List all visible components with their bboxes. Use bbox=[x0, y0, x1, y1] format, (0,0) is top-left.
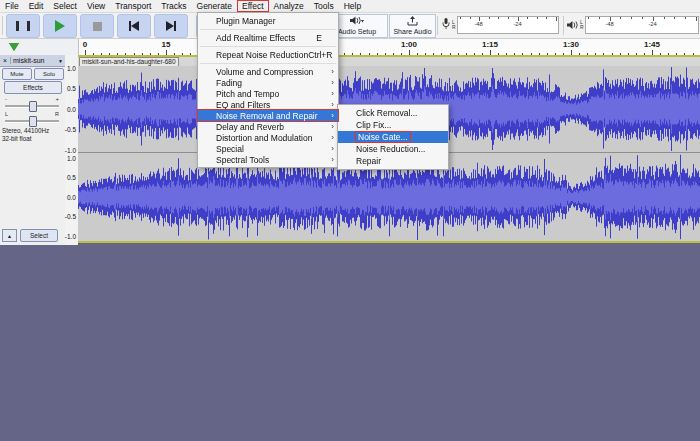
play-button[interactable] bbox=[43, 14, 77, 38]
microphone-icon bbox=[441, 16, 451, 34]
meter-db-label: -24 bbox=[648, 21, 656, 27]
recording-meter[interactable]: LR -48-24 bbox=[441, 15, 559, 35]
submenu-item-repair[interactable]: Repair bbox=[338, 155, 448, 167]
select-button[interactable]: Select bbox=[20, 229, 58, 242]
menubar-item-edit[interactable]: Edit bbox=[24, 0, 49, 12]
menu-item-fading[interactable]: Fading› bbox=[198, 77, 338, 88]
submenu-arrow-icon: › bbox=[331, 100, 334, 109]
pan-slider[interactable]: L R bbox=[3, 111, 61, 125]
pan-slider-thumb[interactable] bbox=[29, 116, 37, 127]
menubar-item-select[interactable]: Select bbox=[48, 0, 82, 12]
loop-region-icon[interactable] bbox=[9, 43, 19, 51]
menu-separator bbox=[200, 63, 336, 64]
vertical-ruler-label: -0.5 bbox=[65, 126, 76, 133]
menubar-item-view[interactable]: View bbox=[82, 0, 110, 12]
menubar-item-transport[interactable]: Transport bbox=[110, 0, 156, 12]
menu-item-delay-and-reverb[interactable]: Delay and Reverb› bbox=[198, 121, 338, 132]
menu-separator bbox=[200, 29, 336, 30]
menu-item-repeat-noise-reduction[interactable]: Repeat Noise ReductionCtrl+R bbox=[198, 49, 338, 60]
timeline-options-panel[interactable] bbox=[0, 39, 79, 55]
track-name[interactable]: miskit-sun bbox=[11, 57, 58, 64]
track-format-info: Stereo, 44100Hz 32-bit float bbox=[2, 127, 49, 143]
track-close-icon[interactable]: × bbox=[0, 57, 11, 64]
vertical-ruler-label: 0.5 bbox=[67, 85, 76, 92]
track-header[interactable]: × miskit-sun ▼ bbox=[0, 55, 65, 67]
timeline-label: 1:45 bbox=[637, 40, 667, 49]
menubar-item-tracks[interactable]: Tracks bbox=[156, 0, 191, 12]
track-control-panel: × miskit-sun ▼ Mute Solo Effects - + L R… bbox=[0, 55, 66, 245]
meter-db-label: -48 bbox=[474, 21, 482, 27]
collapse-track-button[interactable]: ▲ bbox=[2, 229, 17, 242]
timeline-label: 0 bbox=[70, 40, 100, 49]
menu-separator bbox=[200, 46, 336, 47]
timeline-ruler[interactable]: 01530451:001:151:301:45 bbox=[0, 39, 700, 56]
submenu-arrow-icon: › bbox=[331, 111, 334, 120]
submenu-item-clip-fix[interactable]: Clip Fix... bbox=[338, 119, 448, 131]
pan-left-label: L bbox=[5, 111, 8, 117]
vertical-ruler-label: 0.5 bbox=[67, 174, 76, 181]
submenu-arrow-icon: › bbox=[331, 78, 334, 87]
menubar-item-generate[interactable]: Generate bbox=[192, 0, 237, 12]
vertical-ruler-label: -0.5 bbox=[65, 213, 76, 220]
gain-min-label: - bbox=[5, 96, 7, 102]
menu-bar: FileEditSelectViewTransportTracksGenerat… bbox=[0, 0, 700, 13]
share-audio-button[interactable]: Share Audio bbox=[389, 14, 436, 38]
menu-item-special[interactable]: Special› bbox=[198, 143, 338, 154]
recording-meter-scale: -48-24 bbox=[457, 16, 559, 34]
stop-button[interactable] bbox=[80, 14, 114, 38]
effects-button[interactable]: Effects bbox=[4, 81, 62, 94]
stop-icon bbox=[93, 22, 102, 31]
clip-name[interactable]: miskit-sun-and-his-daughter-680 bbox=[79, 57, 179, 67]
menu-item-distortion-and-modulation[interactable]: Distortion and Modulation› bbox=[198, 132, 338, 143]
meter-channel-labels: LR bbox=[580, 20, 584, 31]
menubar-item-help[interactable]: Help bbox=[339, 0, 366, 12]
menu-item-pitch-and-tempo[interactable]: Pitch and Tempo› bbox=[198, 88, 338, 99]
submenu-item-noise-reduction[interactable]: Noise Reduction... bbox=[338, 143, 448, 155]
skip-to-start-icon bbox=[129, 21, 139, 31]
skip-to-start-button[interactable] bbox=[117, 14, 151, 38]
menubar-item-tools[interactable]: Tools bbox=[309, 0, 339, 12]
share-upload-icon bbox=[407, 16, 418, 28]
effect-menu-dropdown: Plugin ManagerAdd Realtime EffectsERepea… bbox=[197, 12, 339, 168]
speaker-icon bbox=[350, 16, 364, 27]
audacity-window: FileEditSelectViewTransportTracksGenerat… bbox=[0, 0, 700, 441]
menu-item-spectral-tools[interactable]: Spectral Tools› bbox=[198, 154, 338, 165]
noise-removal-submenu: Click Removal...Clip Fix...Noise Gate...… bbox=[337, 104, 449, 170]
submenu-item-noise-gate[interactable]: Noise Gate... bbox=[338, 131, 448, 143]
vertical-ruler-label: -1.0 bbox=[65, 147, 76, 154]
track-menu-caret-icon[interactable]: ▼ bbox=[58, 58, 65, 64]
menubar-item-analyze[interactable]: Analyze bbox=[269, 0, 309, 12]
solo-button[interactable]: Solo bbox=[34, 68, 64, 80]
skip-to-end-icon bbox=[166, 21, 176, 31]
timeline-label: 1:15 bbox=[475, 40, 505, 49]
menu-item-volume-and-compression[interactable]: Volume and Compression› bbox=[198, 66, 338, 77]
menu-item-add-realtime-effects[interactable]: Add Realtime EffectsE bbox=[198, 32, 338, 43]
submenu-arrow-icon: › bbox=[331, 67, 334, 76]
timeline-label: 1:30 bbox=[556, 40, 586, 49]
gain-max-label: + bbox=[55, 96, 59, 102]
meter-db-label: -48 bbox=[605, 21, 613, 27]
playback-meter[interactable]: LR -48-24 bbox=[567, 15, 699, 35]
audio-setup-label: Audio Setup bbox=[338, 28, 376, 36]
menu-item-eq-and-filters[interactable]: EQ and Filters› bbox=[198, 99, 338, 110]
vertical-scale-ruler[interactable]: 1.00.50.0-0.5-1.01.00.50.0-0.5-1.0 bbox=[65, 55, 79, 245]
toolbar: Audio Setup Share Audio LR -48-24 LR -48… bbox=[0, 13, 700, 39]
mute-button[interactable]: Mute bbox=[2, 68, 32, 80]
skip-to-end-button[interactable] bbox=[154, 14, 188, 38]
meter-channel-labels: LR bbox=[452, 20, 456, 31]
menu-item-plugin-manager[interactable]: Plugin Manager bbox=[198, 15, 338, 26]
submenu-arrow-icon: › bbox=[331, 155, 334, 164]
toolbar-grip[interactable] bbox=[2, 16, 3, 35]
gain-slider[interactable]: - + bbox=[3, 96, 61, 110]
menu-item-noise-removal-and-repair[interactable]: Noise Removal and Repair› bbox=[198, 110, 338, 121]
vertical-ruler-label: 1.0 bbox=[67, 65, 76, 72]
submenu-item-click-removal[interactable]: Click Removal... bbox=[338, 107, 448, 119]
toolbar-grip[interactable] bbox=[437, 16, 438, 35]
menu-shortcut: Ctrl+R bbox=[308, 50, 344, 60]
submenu-arrow-icon: › bbox=[331, 133, 334, 142]
menubar-item-effect[interactable]: Effect bbox=[237, 0, 269, 12]
pause-button[interactable] bbox=[6, 14, 40, 38]
timeline-label: 1:00 bbox=[394, 40, 424, 49]
toolbar-grip[interactable] bbox=[563, 16, 564, 35]
menubar-item-file[interactable]: File bbox=[0, 0, 24, 12]
